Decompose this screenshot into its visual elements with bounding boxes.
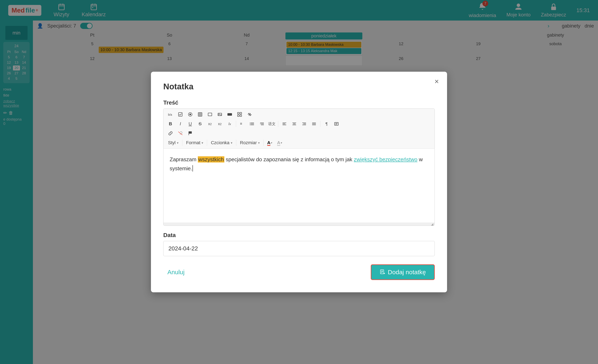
tb-lang-btn[interactable]: 语文	[267, 120, 276, 128]
bg-color-arrow: ▾	[281, 141, 282, 144]
toolbar-sep-1	[236, 121, 236, 127]
font-label: Czcionka	[211, 140, 229, 146]
add-note-icon	[380, 269, 385, 275]
tb-subscript-btn[interactable]: x2	[205, 120, 215, 128]
toolbar-sep-size	[263, 140, 264, 146]
tb-style-dropdown[interactable]: Styl ▾	[166, 139, 181, 147]
tb-bold-btn[interactable]: B	[166, 120, 175, 128]
source-icon: b/a	[168, 112, 173, 116]
format-label: Format	[186, 140, 200, 146]
svg-point-33	[250, 125, 250, 125]
svg-rect-23	[238, 112, 239, 114]
editor-highlight: wszystkich	[198, 156, 224, 162]
tb-font-dropdown[interactable]: Czcionka ▾	[209, 139, 234, 147]
tb-source-btn[interactable]: b/a	[166, 110, 175, 119]
content-label: Treść	[163, 99, 435, 106]
modal-overlay: Notatka × Treść b/a	[0, 0, 598, 364]
tb-underline-btn[interactable]: U	[186, 120, 195, 128]
gallery-icon	[237, 112, 242, 117]
tb-unlink-btn[interactable]	[176, 129, 185, 138]
tb-flag-btn[interactable]	[186, 129, 195, 138]
tb-italic-btn[interactable]: I	[176, 120, 185, 128]
svg-rect-22	[227, 113, 232, 116]
tb-gallery-btn[interactable]	[235, 110, 244, 119]
editor-content[interactable]: Zapraszam wszystkich specjalistów do zap…	[164, 149, 434, 223]
toolbar-row-2: B I U S x2 x2 Ix ≡	[166, 120, 432, 128]
editor-text-middle: specjalistów do zapoznania się z informa…	[224, 156, 354, 162]
tb-special-btn[interactable]	[245, 110, 254, 119]
tb-font-color-btn[interactable]: A ▾	[265, 139, 274, 147]
toolbar-sep-style	[182, 140, 183, 146]
unlink-icon	[178, 131, 183, 135]
toolbar-row-1: b/a	[166, 110, 432, 119]
svg-point-31	[250, 123, 250, 123]
link-icon	[168, 131, 173, 135]
editor-link-text: zwiększyć bezpieczeństwo	[354, 156, 417, 162]
bg-color-a: A	[277, 140, 280, 146]
justify-icon	[312, 122, 316, 126]
date-input[interactable]	[163, 241, 435, 256]
tb-justify-btn[interactable]	[309, 120, 318, 128]
frame-icon	[208, 112, 212, 117]
svg-text:≡: ≡	[240, 122, 242, 126]
svg-rect-25	[238, 115, 239, 116]
editor-resize-handle[interactable]: ◢	[164, 223, 434, 226]
tb-bar-btn[interactable]	[225, 110, 234, 119]
tb-format-dropdown[interactable]: Format ▾	[184, 139, 205, 147]
tb-link-btn[interactable]	[166, 129, 175, 138]
editor-text-before: Zapraszam	[170, 156, 198, 162]
tb-image-btn[interactable]	[215, 110, 224, 119]
svg-rect-24	[240, 112, 242, 114]
toolbar-row-4: Styl ▾ Format ▾ Czcionka ▾ Ro	[166, 139, 432, 147]
toolbar-sep-3	[320, 121, 320, 127]
svg-rect-26	[240, 115, 242, 116]
dialog-footer: Anuluj Dodaj notatkę	[163, 264, 435, 280]
editor-link[interactable]: zwiększyć bezpieczeństwo	[354, 156, 417, 162]
radio-icon	[188, 112, 192, 117]
date-section: Data	[163, 232, 435, 256]
ordered-list-icon: ≡	[240, 122, 244, 126]
add-note-label: Dodaj notatkę	[388, 269, 426, 276]
tb-size-dropdown[interactable]: Rozmiar ▾	[238, 139, 262, 147]
tb-unordered-list-btn[interactable]	[248, 120, 257, 128]
svg-rect-20	[218, 113, 222, 116]
tb-superscript-btn[interactable]: x2	[215, 120, 224, 128]
date-field-wrapper	[163, 241, 435, 256]
toolbar-sep-format	[207, 140, 207, 146]
svg-point-32	[250, 124, 250, 124]
unordered-list-icon	[250, 122, 254, 126]
tb-bg-color-btn[interactable]: A ▾	[275, 139, 284, 147]
tb-more-btn[interactable]	[332, 120, 341, 128]
tb-remove-format-btn[interactable]: Ix	[225, 120, 234, 128]
font-color-a: A	[267, 140, 270, 146]
dialog-notatka: Notatka × Treść b/a	[151, 72, 447, 292]
tb-frame-btn[interactable]	[205, 110, 215, 119]
tb-align-center-btn[interactable]	[290, 120, 299, 128]
svg-rect-19	[208, 113, 212, 116]
tb-table-btn[interactable]	[196, 110, 205, 119]
bar-icon	[227, 113, 232, 116]
editor-toolbar: b/a	[164, 109, 434, 149]
font-arrow: ▾	[231, 141, 232, 145]
add-note-button[interactable]: Dodaj notatkę	[371, 264, 435, 280]
editor-container: b/a	[163, 108, 435, 226]
tb-align-right-btn[interactable]	[300, 120, 309, 128]
style-arrow: ▾	[177, 141, 178, 145]
tb-paragraph-btn[interactable]: ¶	[322, 120, 331, 128]
date-label: Data	[163, 232, 435, 238]
svg-rect-14	[198, 113, 202, 116]
align-center-icon	[292, 122, 297, 126]
tb-radio-btn[interactable]	[186, 110, 195, 119]
more-icon	[334, 122, 339, 126]
image-icon	[217, 112, 222, 117]
align-left-icon	[282, 122, 287, 126]
dialog-close-button[interactable]: ×	[434, 78, 439, 85]
align-right-icon	[302, 122, 307, 126]
tb-indent-btn[interactable]	[257, 120, 266, 128]
size-label: Rozmiar	[240, 140, 257, 146]
tb-strike-btn[interactable]: S	[196, 120, 205, 128]
cancel-button[interactable]: Anuluj	[163, 266, 189, 278]
tb-ordered-list-btn[interactable]: ≡	[238, 120, 247, 128]
tb-checkbox-btn[interactable]	[176, 110, 185, 119]
tb-align-left-btn[interactable]	[280, 120, 289, 128]
